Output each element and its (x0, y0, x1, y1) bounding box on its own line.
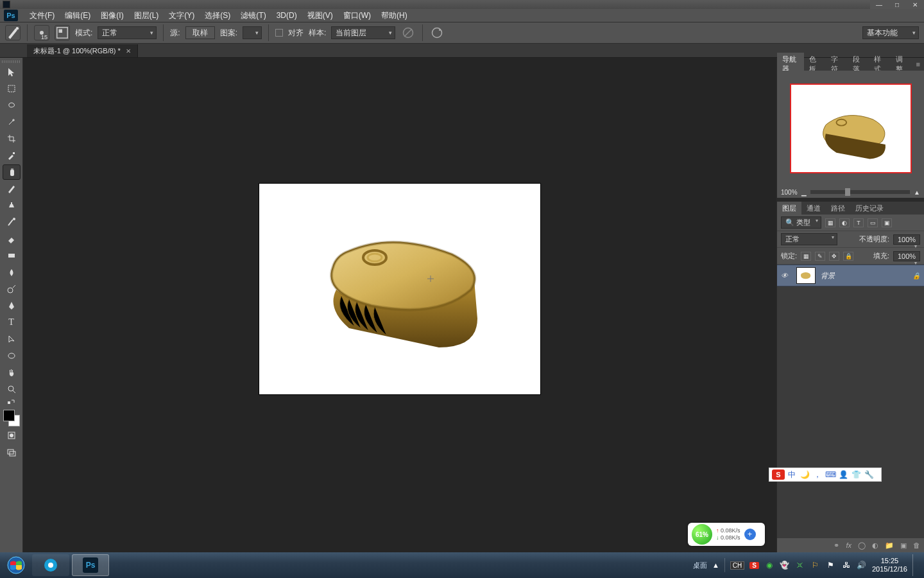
delete-layer-icon[interactable]: 🗑 (913, 541, 920, 549)
fx-icon[interactable]: fx (846, 541, 851, 549)
fill-dropdown[interactable]: 100% (893, 251, 920, 261)
tray-360-icon[interactable]: ◉ (764, 560, 774, 570)
ignore-adjust-icon[interactable] (400, 25, 416, 40)
tray-lang[interactable]: CH (730, 561, 744, 570)
menu-3d[interactable]: 3D(D) (271, 10, 302, 21)
shape-tool[interactable] (3, 348, 21, 363)
canvas-stage[interactable] (23, 58, 776, 552)
zoom-in-icon[interactable]: ▲ (914, 189, 920, 196)
tray-up-icon[interactable]: ▲ (712, 561, 719, 569)
brush-panel-icon[interactable] (55, 25, 70, 40)
taskbar-app-photoshop[interactable]: Ps (72, 554, 109, 576)
filter-shape-icon[interactable]: ▭ (868, 218, 878, 227)
taskbar-app-browser[interactable] (32, 554, 69, 576)
filter-adjust-icon[interactable]: ◐ (839, 218, 850, 227)
ime-keyboard-icon[interactable]: ⌨ (825, 469, 836, 480)
tray-flag-icon[interactable]: ⚑ (826, 560, 836, 570)
link-layers-icon[interactable]: ⚭ (834, 541, 839, 550)
menu-edit[interactable]: 编辑(E) (60, 9, 96, 22)
move-tool[interactable] (3, 64, 21, 80)
lock-trans-icon[interactable]: ▦ (801, 252, 811, 261)
blur-tool[interactable] (3, 265, 21, 280)
path-select-tool[interactable] (3, 331, 21, 347)
menu-filter[interactable]: 滤镜(T) (235, 9, 271, 22)
align-checkbox[interactable] (275, 29, 283, 37)
tray-volume-icon[interactable]: 🔊 (857, 560, 867, 570)
document-canvas[interactable] (259, 184, 540, 394)
document-tab[interactable]: 未标题-1 @ 100%(RGB/8) * ✕ (27, 44, 138, 57)
layer-list[interactable]: 👁 背景 🔒 (777, 265, 924, 538)
navigator-thumbnail[interactable] (790, 83, 912, 173)
layer-item-background[interactable]: 👁 背景 🔒 (777, 265, 924, 286)
zoom-slider[interactable] (810, 190, 911, 194)
layer-filter-dropdown[interactable]: 🔍 类型 (781, 216, 821, 229)
ime-wrench-icon[interactable]: 🔧 (863, 469, 875, 480)
show-desktop-label[interactable]: 桌面 (693, 561, 707, 570)
start-button[interactable] (3, 554, 30, 576)
ime-skin-icon[interactable]: 👕 (850, 469, 862, 480)
maximize-button[interactable]: □ (888, 0, 906, 9)
zoom-tool[interactable] (3, 381, 21, 397)
widget-plus-icon[interactable]: + (744, 529, 756, 540)
filter-smart-icon[interactable]: ▣ (882, 218, 892, 227)
menu-image[interactable]: 图像(I) (96, 9, 128, 22)
new-layer-icon[interactable]: ▣ (900, 541, 907, 550)
ime-toolbar[interactable]: S 中 🌙 ， ⌨ 👤 👕 🔧 (769, 468, 882, 482)
pen-tool[interactable] (3, 298, 21, 313)
ime-punct-icon[interactable]: ， (812, 469, 823, 480)
tray-network-icon[interactable]: 🖧 (841, 560, 851, 570)
menu-select[interactable]: 选择(S) (200, 9, 235, 22)
color-swap-icon[interactable] (3, 398, 21, 406)
hand-tool[interactable] (3, 365, 21, 380)
navigator-panel[interactable] (777, 71, 924, 186)
healing-brush-tool[interactable] (3, 164, 21, 180)
pattern-dropdown[interactable] (243, 26, 262, 39)
quickmask-tool[interactable] (3, 428, 21, 443)
tray-sogou-icon[interactable]: S (749, 562, 759, 569)
gradient-tool[interactable] (3, 248, 21, 263)
menu-help[interactable]: 帮助(H) (376, 9, 413, 22)
layer-thumbnail[interactable] (796, 267, 816, 284)
pressure-icon[interactable] (429, 25, 445, 40)
brush-tool[interactable] (3, 181, 21, 197)
source-sample-button[interactable]: 取样 (185, 26, 215, 39)
mask-icon[interactable]: ◯ (858, 541, 866, 550)
close-button[interactable]: ✕ (906, 0, 924, 9)
tab-history[interactable]: 历史记录 (850, 202, 889, 215)
ime-person-icon[interactable]: 👤 (837, 469, 849, 480)
ime-mode[interactable]: 中 (786, 469, 798, 480)
visibility-icon[interactable]: 👁 (781, 272, 791, 279)
marquee-tool[interactable] (3, 81, 21, 96)
tools-grip[interactable] (2, 60, 21, 63)
history-brush-tool[interactable] (3, 215, 21, 230)
tab-channels[interactable]: 通道 (801, 202, 826, 215)
menu-file[interactable]: 文件(F) (24, 9, 60, 22)
menu-view[interactable]: 视图(V) (302, 9, 338, 22)
tray-pin-icon[interactable]: ⚐ (810, 560, 821, 570)
tab-paths[interactable]: 路径 (826, 202, 850, 215)
tab-layers[interactable]: 图层 (777, 202, 801, 215)
system-monitor-widget[interactable]: 61% 0.08K/s 0.08K/s + (688, 523, 765, 546)
screenmode-tool[interactable] (3, 444, 21, 460)
workspace-dropdown[interactable]: 基本功能 (862, 26, 919, 39)
layer-lock-icon[interactable]: 🔒 (912, 272, 920, 279)
panel-menu-icon[interactable]: ≡ (912, 59, 924, 69)
lock-all-icon[interactable]: 🔒 (843, 252, 853, 261)
opacity-dropdown[interactable]: 100% (893, 234, 920, 245)
tray-usb-icon[interactable]: ⯏ (795, 560, 805, 570)
lock-paint-icon[interactable]: ✎ (815, 252, 825, 261)
minimize-button[interactable]: — (870, 0, 888, 9)
magic-wand-tool[interactable] (3, 114, 21, 130)
blend-mode-dropdown[interactable]: 正常 (98, 26, 157, 39)
adjustment-icon[interactable]: ◐ (872, 541, 878, 550)
ime-moon-icon[interactable]: 🌙 (799, 469, 810, 480)
menu-window[interactable]: 窗口(W) (338, 9, 376, 22)
filter-type-icon[interactable]: T (853, 218, 864, 227)
clone-stamp-tool[interactable] (3, 198, 21, 213)
menu-type[interactable]: 文字(Y) (164, 9, 200, 22)
eyedropper-tool[interactable] (3, 148, 21, 163)
group-icon[interactable]: 📁 (885, 541, 894, 550)
tab-close-icon[interactable]: ✕ (126, 48, 131, 55)
brush-preview-icon[interactable]: 15 (34, 25, 49, 40)
type-tool[interactable]: T (3, 315, 21, 330)
